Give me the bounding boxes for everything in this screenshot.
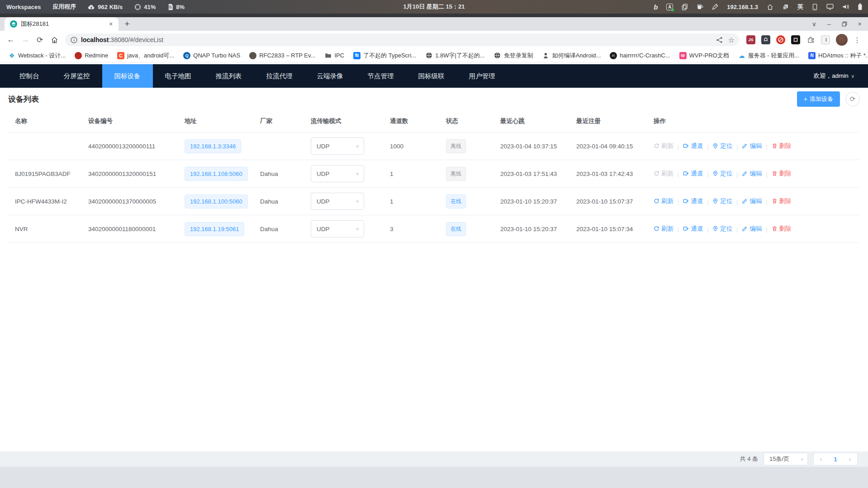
clock[interactable]: 1月10日 星期二 15：21 bbox=[403, 3, 465, 11]
translate-tray-icon[interactable]: A bbox=[666, 4, 673, 10]
windows-tray-icon[interactable] bbox=[782, 4, 789, 10]
bookmark-android-build[interactable]: 如何编译Android... bbox=[539, 50, 605, 61]
bookmark-tencent-cloud[interactable]: ☁服务器 - 轻量应用... bbox=[735, 50, 803, 61]
prev-page-button[interactable]: ‹ bbox=[814, 455, 828, 463]
bookmark-label: java、android可... bbox=[127, 52, 174, 60]
locate-action[interactable]: 定位 bbox=[712, 142, 732, 150]
nav-item-node-manage[interactable]: 节点管理 bbox=[356, 64, 406, 88]
restore-button[interactable] bbox=[842, 21, 847, 27]
nav-item-e-map[interactable]: 电子地图 bbox=[153, 64, 204, 88]
browser-menu-icon[interactable]: ⋮ bbox=[854, 36, 861, 44]
share-icon[interactable] bbox=[716, 37, 723, 43]
stream-mode-select[interactable]: UDP∨ bbox=[311, 137, 364, 155]
nav-item-pull-proxy[interactable]: 拉流代理 bbox=[254, 64, 305, 88]
user-menu[interactable]: 欢迎，admin∨ bbox=[813, 72, 861, 80]
channels-cell: 3 bbox=[383, 215, 439, 243]
display-tray-icon[interactable] bbox=[826, 4, 834, 10]
cpu-usage-indicator[interactable]: 41% bbox=[134, 4, 156, 10]
delete-action[interactable]: 删除 bbox=[772, 142, 792, 150]
locate-action[interactable]: 定位 bbox=[712, 170, 732, 178]
input-method-indicator[interactable]: 英 bbox=[797, 3, 803, 11]
stream-mode-select[interactable]: UDP∨ bbox=[311, 193, 364, 210]
delete-action[interactable]: 删除 bbox=[772, 225, 792, 233]
col-registered: 最近注册 bbox=[569, 110, 647, 133]
channel-action[interactable]: 通道 bbox=[683, 225, 703, 233]
channel-action[interactable]: 通道 bbox=[683, 170, 703, 178]
close-window-button[interactable]: × bbox=[858, 20, 862, 28]
network-speed-indicator[interactable]: 962 KB/s bbox=[88, 4, 123, 10]
refresh-action[interactable]: 刷新 bbox=[654, 225, 674, 233]
phone-link-tray-icon[interactable] bbox=[812, 4, 818, 10]
channel-action[interactable]: 通道 bbox=[683, 197, 703, 205]
new-tab-button[interactable]: + bbox=[121, 18, 133, 30]
home-tray-icon[interactable] bbox=[767, 4, 773, 10]
bookmark-rfc[interactable]: RFC2833 – RTP Ev... bbox=[246, 51, 319, 61]
stream-mode-select[interactable]: UDP∨ bbox=[311, 220, 364, 237]
extension-js[interactable]: JS bbox=[746, 35, 755, 44]
bookmark-hdatmos[interactable]: NHDAtmos :: 种子 *... bbox=[805, 50, 868, 61]
globe-icon bbox=[494, 52, 501, 59]
edit-action[interactable]: 编辑 bbox=[742, 225, 762, 233]
page-size-select[interactable]: 15条/页∨ bbox=[764, 453, 808, 465]
tab-search-button[interactable]: ∨ bbox=[812, 20, 816, 28]
browser-tab[interactable]: 国标28181 × bbox=[5, 17, 119, 31]
nav-item-push-streams[interactable]: 推流列表 bbox=[204, 64, 254, 88]
delete-action[interactable]: 删除 bbox=[772, 170, 792, 178]
stream-mode-select[interactable]: UDP∨ bbox=[311, 165, 364, 182]
extension-panel[interactable] bbox=[821, 35, 830, 44]
applications-menu[interactable]: 应用程序 bbox=[52, 3, 76, 11]
nav-item-console[interactable]: 控制台 bbox=[7, 64, 52, 88]
nav-item-user-manage[interactable]: 用户管理 bbox=[457, 64, 508, 88]
bookmark-wvp-docs[interactable]: WWVP-PRO文档 bbox=[676, 50, 733, 61]
bookmark-copy-free[interactable]: 免登录复制 bbox=[490, 50, 537, 61]
locate-action[interactable]: 定位 bbox=[712, 197, 732, 205]
address-bar[interactable]: localhost:38080/#/deviceList ☆ bbox=[65, 33, 739, 46]
caffeine-tray-icon[interactable] bbox=[697, 4, 703, 10]
bookmark-star-icon[interactable]: ☆ bbox=[728, 36, 735, 44]
bookmark-csdn[interactable]: Cjava、android可... bbox=[114, 50, 178, 61]
edit-action[interactable]: 编辑 bbox=[742, 142, 762, 150]
color-picker-tray-icon[interactable] bbox=[712, 4, 718, 10]
profile-avatar[interactable] bbox=[836, 34, 848, 46]
nav-item-cloud-record[interactable]: 云端录像 bbox=[305, 64, 356, 88]
bookmark-zhihu[interactable]: 知了不起的 TypeScri... bbox=[350, 50, 420, 61]
reload-button[interactable]: ⟳ bbox=[33, 33, 46, 46]
workspaces-button[interactable]: Workspaces bbox=[6, 4, 41, 10]
nav-item-gb-devices[interactable]: 国标设备 bbox=[102, 64, 153, 88]
locate-action[interactable]: 定位 bbox=[712, 225, 732, 233]
tab-title: 国标28181 bbox=[21, 20, 103, 28]
extension-dark[interactable] bbox=[761, 35, 770, 44]
bookmark-folder-ipc[interactable]: IPC bbox=[321, 51, 348, 61]
edit-action[interactable]: 编辑 bbox=[742, 170, 762, 178]
next-page-button[interactable]: › bbox=[843, 455, 857, 463]
bookmark-github[interactable]: hairrrrr/C-CrashC... bbox=[606, 51, 674, 61]
add-device-button[interactable]: +添加设备 bbox=[797, 91, 840, 107]
bookmark-webstack[interactable]: ❖Webstack - 设计... bbox=[5, 50, 69, 61]
nav-item-gb-cascade[interactable]: 国标级联 bbox=[406, 64, 457, 88]
delete-action[interactable]: 删除 bbox=[772, 197, 792, 205]
refresh-action[interactable]: 刷新 bbox=[654, 197, 674, 205]
ip-address-indicator[interactable]: 192.168.1.3 bbox=[727, 4, 758, 10]
nav-item-split-screen[interactable]: 分屏监控 bbox=[52, 64, 102, 88]
edit-action[interactable]: 编辑 bbox=[742, 197, 762, 205]
bing-tray-icon[interactable]: b bbox=[654, 3, 658, 11]
refresh-list-button[interactable]: ⟳ bbox=[845, 92, 860, 106]
forward-button[interactable]: → bbox=[19, 33, 32, 46]
minimize-button[interactable]: – bbox=[827, 20, 831, 28]
back-button[interactable]: ← bbox=[5, 33, 17, 46]
channel-action[interactable]: 通道 bbox=[683, 142, 703, 150]
extension-blocker[interactable] bbox=[776, 35, 785, 44]
clipboard-tray-icon[interactable] bbox=[682, 4, 688, 10]
bookmark-qnap[interactable]: QQNAP Turbo NAS bbox=[180, 51, 244, 61]
site-info-icon[interactable] bbox=[71, 37, 77, 43]
bookmark-redmine[interactable]: Redmine bbox=[71, 51, 112, 61]
memory-usage-indicator[interactable]: 8% bbox=[167, 4, 185, 10]
volume-tray-icon[interactable] bbox=[842, 4, 849, 10]
battery-tray-icon[interactable] bbox=[858, 3, 863, 10]
extension-screenshot[interactable] bbox=[791, 35, 800, 44]
home-button[interactable] bbox=[48, 33, 61, 46]
tab-close-button[interactable]: × bbox=[107, 20, 115, 28]
extensions-puzzle-icon[interactable] bbox=[806, 35, 815, 44]
bookmark-article[interactable]: 1.8W字|了不起的... bbox=[422, 50, 489, 61]
page-number[interactable]: 1 bbox=[828, 456, 843, 463]
